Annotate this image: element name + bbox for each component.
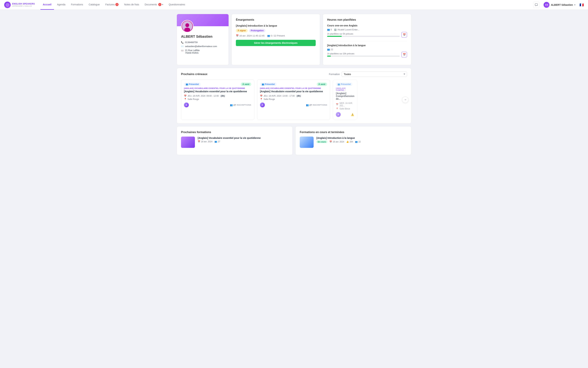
- calendar-icon-c1: 📅: [184, 95, 187, 97]
- user-avatar: CS: [544, 2, 549, 8]
- creneaux-grid: 👥 Présentiel À venir [ANGLAIS] VOCABULAI…: [181, 80, 407, 120]
- documents-badge: 2: [158, 3, 161, 6]
- profile-card: ALBERT Sébastien 0138468759 sebastien@al…: [177, 14, 229, 65]
- heures-title: Heures non planifiées: [327, 18, 407, 21]
- people-icon-c3: 👥: [338, 83, 340, 85]
- warning-icon-c3: ⚠️: [351, 113, 354, 116]
- address-icon: [181, 49, 184, 52]
- calendar-icon-c3: 📅: [336, 103, 338, 106]
- nav-item-questionnaires[interactable]: Questionnaires: [166, 0, 187, 10]
- heures-card: Heures non planifiées Cours one-on-one A…: [323, 14, 411, 65]
- formation-en-cours-item-1: [Anglais] Introduction à la langue En co…: [300, 137, 407, 148]
- factures-badge: 3: [115, 3, 119, 6]
- formation-thumb-ec1: [300, 137, 314, 148]
- calendar-icon-c2: 📅: [260, 95, 263, 97]
- nav-item-notes[interactable]: Notes de frais: [122, 0, 141, 10]
- profile-address: 21 Rue Laffitte 75009 PARIS: [181, 49, 224, 54]
- profile-avatar: [181, 20, 193, 32]
- thumb-img-ec1: [300, 137, 314, 148]
- mail-icon: [181, 45, 184, 48]
- filter-label: Formation: [329, 73, 340, 76]
- emargement-tags: À signer Prolongation: [236, 29, 316, 32]
- creneau-3-location: 📍 Salle Bleue: [336, 108, 354, 110]
- prochaines-formations-title: Prochaines formations: [181, 131, 288, 134]
- creneau-2-location: 📍 Salle Rouge: [260, 98, 327, 101]
- profile-name: ALBERT Sébastien: [181, 35, 224, 38]
- heures-course-2: [Anglais] Introduction à la langue 👥 22 …: [327, 44, 407, 57]
- prochaine-formation-1-meta: 📅 18 avr. 2024 👥 27: [198, 140, 288, 143]
- calendar-btn-2[interactable]: 📅: [401, 52, 407, 57]
- profile-phone: 0138468759: [181, 41, 224, 44]
- nav-item-factures[interactable]: Factures 3: [103, 0, 121, 10]
- profile-email: sebastien@albertformateur.com: [181, 45, 224, 48]
- people-icon-ec1: 👥: [355, 141, 358, 143]
- navbar: ENGLISH SPEAKERS APPRENDRE L'ANGLAIS Acc…: [0, 0, 588, 10]
- formation-filter-select[interactable]: Toutes [Anglais] Vocabulaire essentiel p…: [342, 72, 407, 77]
- emargement-meta: 📅 16 avr. 2024 11:45-12:45 👥 0 / 22 Prés…: [236, 34, 316, 37]
- creneau-1-status: À venir: [241, 83, 251, 86]
- calendar-icon: 📅: [236, 34, 239, 37]
- nav-item-formations[interactable]: Formations: [69, 0, 86, 10]
- heures-course-1-progress: 1h planifiées sur 5h prévues 📅: [327, 32, 407, 37]
- creneau-3-date: 📅 MER. 24 AVR. 202...: [336, 102, 354, 107]
- people-icon-1: 👥: [327, 28, 330, 31]
- nav-item-agenda[interactable]: Agenda: [55, 0, 68, 10]
- user-name: ALBERT Sébastien: [551, 3, 573, 6]
- people-icon: 👥: [267, 34, 270, 37]
- svg-rect-1: [535, 4, 537, 6]
- logo-icon: [4, 1, 11, 8]
- emargement-card: Émargements [Anglais] Introduction à la …: [231, 14, 320, 65]
- nav-item-documents[interactable]: Documents 2 ▾: [142, 0, 166, 10]
- trainer-avatar-1: A: [184, 102, 189, 107]
- creneaux-section: Prochains créneaux Formation Toutes [Ang…: [177, 68, 411, 124]
- creneau-1-location: 📍 Salle Rouge: [184, 98, 251, 101]
- emargement-date: 📅 16 avr. 2024 11:45-12:45: [236, 34, 264, 37]
- formation-info-1: [Anglais] Vocabulaire essentiel pour la …: [198, 137, 288, 143]
- creneaux-header: Prochains créneaux Formation Toutes [Ang…: [181, 72, 407, 77]
- profile-body: ALBERT Sébastien 0138468759 sebastien@al…: [177, 20, 228, 60]
- nav-item-accueil[interactable]: Accueil: [40, 0, 54, 10]
- user-dropdown-icon: ▾: [574, 4, 575, 6]
- creneau-3-footer: A ⚠️: [336, 112, 354, 117]
- logo[interactable]: ENGLISH SPEAKERS APPRENDRE L'ANGLAIS: [4, 1, 35, 8]
- bottom-row: Prochaines formations [Anglais] Vocabula…: [177, 126, 411, 155]
- creneau-1-title: [Anglais] Vocabulaire essentiel pour la …: [184, 90, 251, 93]
- clock-icon-ec1: 👍: [346, 141, 349, 143]
- nav-item-catalogue[interactable]: Catalogue: [86, 0, 102, 10]
- location-icon-c2: 📍: [260, 98, 263, 101]
- calendar-btn-1[interactable]: 📅: [401, 32, 407, 37]
- emargement-button[interactable]: Gérer les émargements électroniques: [236, 40, 316, 46]
- heures-course-2-progress: 1h planifiées sur 20h prévues 📅: [327, 52, 407, 57]
- creneau-1-footer: A 👥 27 INSCRIPTIONS: [184, 102, 251, 107]
- formations-en-cours-title: Formations en cours et terminées: [300, 131, 407, 134]
- heures-course-2-title: [Anglais] Introduction à la langue: [327, 44, 407, 47]
- nav-right: CS ALBERT Sébastien ▾ 🇫🇷: [533, 1, 584, 9]
- logo-title: ENGLISH SPEAKERS: [12, 3, 35, 5]
- formation-ec1-title: [Anglais] Introduction à la langue: [316, 137, 407, 139]
- creneau-card-3: 👥 Présentiel [ANGLAIS] COMPRÉ... [Anglai…: [333, 80, 357, 120]
- emargement-course-title: [Anglais] Introduction à la langue: [236, 24, 316, 27]
- progress-bar-2: [327, 55, 331, 57]
- user-menu[interactable]: CS ALBERT Sébastien ▾: [542, 1, 577, 9]
- location-icon-c1: 📍: [184, 98, 187, 101]
- creneau-2-inscriptions: 👥 27 INSCRIPTIONS: [306, 104, 327, 106]
- location-icon-c3: 📍: [336, 108, 338, 110]
- prochaine-formation-item-1: [Anglais] Vocabulaire essentiel pour la …: [181, 137, 288, 148]
- tag-a-signer: À signer: [236, 29, 248, 32]
- creneau-3-title: [Anglais] Compréhension de...: [336, 92, 354, 100]
- heures-course-2-meta: 👥 22: [327, 48, 407, 51]
- language-flag[interactable]: 🇫🇷: [579, 3, 584, 7]
- creneaux-next-button[interactable]: →: [402, 97, 408, 103]
- top-row: ALBERT Sébastien 0138468759 sebastien@al…: [177, 14, 411, 65]
- formation-info-ec1: [Anglais] Introduction à la langue En co…: [316, 137, 407, 143]
- creneau-1-date: 📅 JEU. 18 AVR. 2024 09:00 - 12:00 (3h): [184, 94, 251, 97]
- chat-icon[interactable]: [533, 2, 539, 8]
- creneau-3-subtitle: [ANGLAIS] COMPRÉ...: [336, 87, 354, 91]
- documents-chevron-icon: ▾: [162, 3, 163, 6]
- nav-links: Accueil Agenda Formations Catalogue Fact…: [40, 0, 533, 10]
- creneaux-filter: Formation Toutes [Anglais] Vocabulaire e…: [329, 72, 407, 77]
- calendar-icon-pf1: 📅: [198, 140, 200, 143]
- prochaines-formations-card: Prochaines formations [Anglais] Vocabula…: [177, 126, 293, 155]
- creneaux-title: Prochains créneaux: [181, 73, 207, 76]
- creneau-2-date: 📅 JEU. 18 AVR. 2024 13:00 - 17:00 (4h): [260, 94, 327, 97]
